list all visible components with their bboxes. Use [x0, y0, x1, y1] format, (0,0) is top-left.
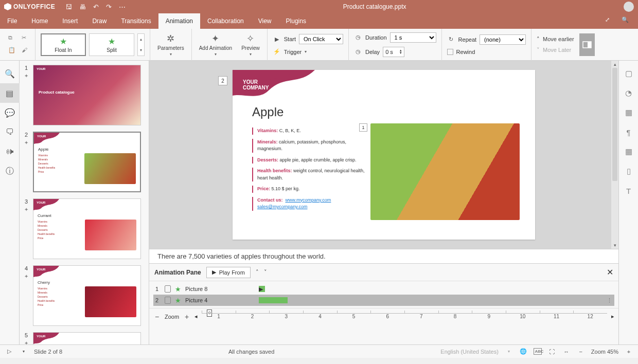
repeat-select[interactable]: (none)	[480, 34, 526, 45]
feedback-icon[interactable]: 🕪	[0, 142, 20, 161]
shape-settings-icon[interactable]: ◔	[619, 83, 639, 103]
chevron-down-icon[interactable]: ▾	[20, 349, 28, 354]
rewind-checkbox[interactable]	[447, 49, 453, 55]
move-later-button[interactable]: ˅Move Later	[537, 47, 574, 53]
tab-insert[interactable]: Insert	[55, 13, 85, 29]
print-icon[interactable]: 🖶	[79, 3, 86, 11]
tab-home[interactable]: Home	[24, 13, 55, 29]
notes-area[interactable]: There are 7,500 varieties of apples thro…	[149, 249, 618, 263]
timeline-ruler[interactable]: 0 123456789101112	[202, 313, 607, 323]
preview-button[interactable]: ✧ Preview ▾	[239, 33, 262, 57]
slide-settings-icon[interactable]: ▢	[619, 64, 639, 83]
zoom-out-icon[interactable]: −	[153, 313, 161, 321]
globe-icon[interactable]: 🌐	[519, 348, 527, 355]
vertical-scrollbar[interactable]: ▴ ▾	[611, 61, 618, 249]
slide-thumbnail[interactable]: YOURVitaminsMineralsDessertsHealth benef…	[33, 332, 141, 344]
close-icon[interactable]: ✕	[607, 267, 613, 277]
image-settings-icon[interactable]: ▦	[619, 103, 639, 122]
slide-title[interactable]: Apple	[252, 105, 283, 119]
duration-select[interactable]: 1 s	[390, 32, 436, 43]
undo-icon[interactable]: ↶	[93, 3, 99, 11]
contact-email[interactable]: sales@mycompany.com	[257, 204, 308, 209]
move-earlier-button[interactable]: ˄Move earlier	[537, 36, 574, 43]
contact-link[interactable]: www.mycompany.com	[286, 197, 331, 203]
effect-float-in[interactable]: ★ Float In	[41, 33, 86, 56]
animation-bar[interactable]	[259, 297, 288, 303]
tab-collaboration[interactable]: Collaboration	[200, 13, 251, 29]
chart-settings-icon[interactable]: ▯	[619, 161, 639, 181]
delay-spinner[interactable]: 0 s▴▾	[383, 47, 404, 57]
find-icon[interactable]: 🔍	[0, 64, 20, 83]
tab-transitions[interactable]: Transitions	[114, 13, 158, 29]
slide-body[interactable]: Vitamins: C, B, K, E.Minerals: calcium, …	[252, 128, 370, 215]
more-icon[interactable]: ⋯	[119, 3, 126, 11]
user-avatar[interactable]	[624, 2, 634, 12]
tab-animation[interactable]: Animation	[158, 13, 200, 29]
slide-image[interactable]	[370, 123, 520, 220]
slide-thumbnail[interactable]: YOURProduct catalogue	[33, 65, 141, 125]
ribbon-animation: ⧉ 📋 ✂ 🖌 ★ Float In ★ Split ▴▾ ✲ Paramete…	[0, 29, 638, 61]
add-animation-button[interactable]: ✦ Add Animation ▾	[197, 33, 235, 57]
fit-slide-icon[interactable]: ⛶	[548, 349, 556, 355]
animation-item[interactable]: 1★Picture 8▶	[153, 283, 614, 295]
table-settings-icon[interactable]: ▦	[619, 142, 639, 161]
fit-width-icon[interactable]: ↔	[562, 349, 571, 355]
next-icon[interactable]: ˅	[264, 269, 267, 276]
copy-icon[interactable]: ⧉	[8, 34, 16, 43]
search-icon[interactable]: 🔍	[622, 16, 631, 26]
spellcheck-icon[interactable]: ABC	[534, 348, 542, 355]
start-select[interactable]: On Click	[299, 34, 343, 44]
titlebar: ONLYOFFICE 🖫 🖶 ↶ ↷ ⋯ Product catalogue.p…	[0, 0, 638, 13]
tab-draw[interactable]: Draw	[85, 13, 114, 29]
timeline-tick: 8	[438, 314, 472, 323]
effect-split[interactable]: ★ Split	[89, 33, 134, 56]
prev-icon[interactable]: ˄	[256, 269, 259, 276]
comments-icon[interactable]: 💬	[0, 103, 20, 122]
current-slide[interactable]: 2 YOURCOMPANY Apple 1 Vitamins: C, B, K,…	[233, 70, 535, 240]
slide-thumbnail[interactable]: YOURCherryVitaminsMineralsDessertsHealth…	[33, 265, 141, 326]
slide-thumbnail[interactable]: YOURAppleVitaminsMineralsDessertsHealth …	[33, 132, 141, 192]
timeline-prev-icon[interactable]: ◂	[194, 313, 198, 320]
star-plus-icon: ✦	[211, 33, 219, 44]
slide-body-row: Health benefits: weight control, neurolo…	[252, 168, 370, 181]
redo-icon[interactable]: ↷	[106, 3, 112, 11]
presentation-icon[interactable]: ▷	[5, 348, 13, 355]
open-location-icon[interactable]: ⤢	[605, 16, 614, 26]
repeat-icon: ↻	[447, 36, 455, 43]
tab-plugins[interactable]: Plugins	[279, 13, 313, 29]
svg-rect-1	[588, 42, 591, 48]
save-icon[interactable]: 🖫	[65, 3, 72, 11]
slide-indicator: Slide 2 of 8	[34, 349, 62, 355]
chevron-down-icon[interactable]: ▾	[505, 349, 513, 354]
play-from-button[interactable]: ▶ Play From	[206, 267, 251, 278]
gallery-expand[interactable]: ▴▾	[137, 33, 145, 56]
cut-icon[interactable]: ✂	[22, 34, 30, 43]
tab-view[interactable]: View	[251, 13, 279, 29]
tab-file[interactable]: File	[0, 13, 24, 29]
timeline-next-icon[interactable]: ▸	[611, 313, 614, 320]
animation-indicator-icon: ✦	[24, 73, 28, 79]
zoom-in-icon[interactable]: +	[183, 313, 190, 321]
animation-pane-toggle[interactable]	[579, 33, 595, 56]
language-label[interactable]: English (United States)	[440, 349, 499, 355]
paragraph-settings-icon[interactable]: ¶	[619, 122, 639, 142]
click-trigger-icon	[165, 285, 171, 293]
slide-thumbnail[interactable]: YOURCurrantVitaminsMineralsDessertsHealt…	[33, 198, 141, 259]
zoom-out-icon[interactable]: −	[577, 349, 585, 355]
timeline-tick: 11	[540, 314, 574, 323]
scroll-up-icon[interactable]: ▴	[611, 61, 618, 68]
animation-bar[interactable]: ▶	[259, 286, 265, 292]
parameters-button[interactable]: ✲ Parameters ▾	[155, 33, 186, 57]
about-icon[interactable]: ⓘ	[0, 161, 20, 181]
paste-icon[interactable]: 📋	[8, 47, 16, 55]
slide-canvas[interactable]: 2 YOURCOMPANY Apple 1 Vitamins: C, B, K,…	[149, 61, 618, 249]
zoom-in-icon[interactable]: +	[625, 349, 633, 355]
slides-icon[interactable]: ▤	[0, 83, 20, 103]
scroll-down-icon[interactable]: ▾	[611, 242, 618, 249]
more-icon[interactable]: ⋮	[607, 297, 612, 304]
animation-item[interactable]: 2★Picture 4⋮	[153, 295, 614, 306]
format-painter-icon[interactable]: 🖌	[22, 47, 30, 55]
textart-settings-icon[interactable]: T	[619, 181, 639, 201]
chevron-down-icon[interactable]: ▾	[305, 49, 307, 54]
chat-icon[interactable]: 🗨	[0, 122, 20, 142]
